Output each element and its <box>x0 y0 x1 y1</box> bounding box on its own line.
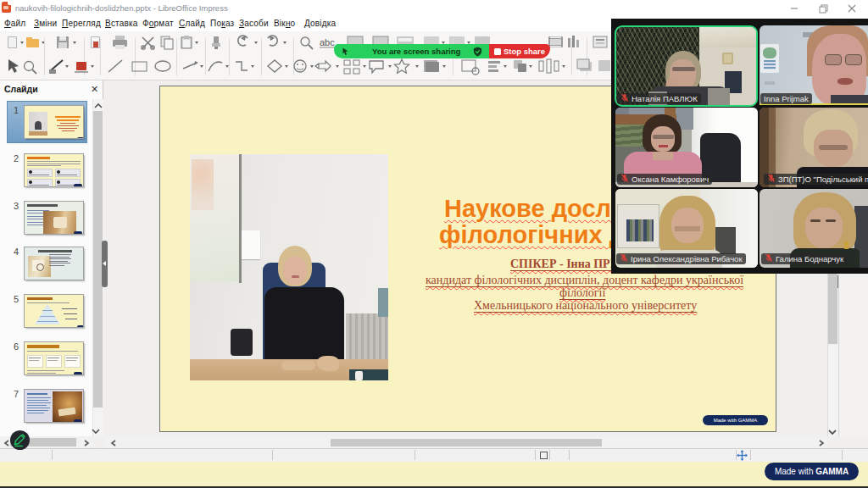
svg-text:abc: abc <box>320 37 335 47</box>
